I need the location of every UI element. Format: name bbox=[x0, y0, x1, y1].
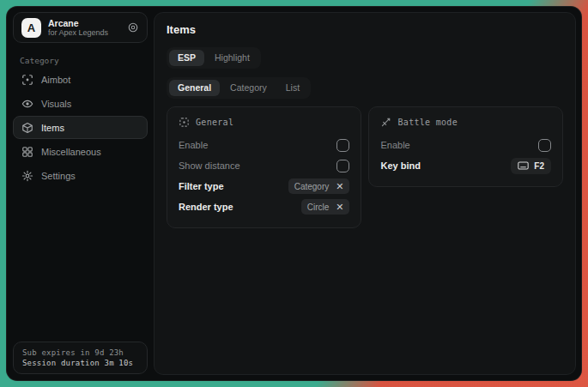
sidebar-item-settings[interactable]: Settings bbox=[13, 164, 148, 187]
sub-expires-text: Sub expires in 9d 23h bbox=[22, 348, 138, 357]
sidebar-item-label: Settings bbox=[41, 171, 76, 181]
battle-enable-label: Enable bbox=[380, 140, 409, 150]
main-content: Items ESP Highlight General Category Lis… bbox=[154, 12, 576, 375]
sub-tab-group: General Category List bbox=[167, 77, 311, 99]
battle-enable-checkbox[interactable] bbox=[538, 139, 551, 152]
eye-icon bbox=[21, 98, 33, 110]
panels-row: General Enable Show distance Filter type… bbox=[167, 106, 563, 228]
sidebar-item-label: Miscellaneous bbox=[41, 147, 101, 157]
app-logo: A bbox=[21, 18, 41, 38]
close-icon[interactable]: ✕ bbox=[336, 203, 343, 212]
key-bind-button[interactable]: F2 bbox=[511, 158, 551, 174]
sidebar: A Arcane for Apex Legends Category bbox=[7, 7, 154, 380]
sidebar-nav: Aimbot Visuals Items bbox=[13, 68, 148, 188]
general-panel-header: General bbox=[179, 116, 349, 129]
sidebar-item-label: Visuals bbox=[41, 99, 71, 109]
sidebar-item-miscellaneous[interactable]: Miscellaneous bbox=[13, 140, 148, 163]
keyboard-icon bbox=[518, 161, 529, 170]
category-section-label: Category bbox=[20, 56, 59, 65]
enable-checkbox[interactable] bbox=[336, 139, 349, 152]
show-distance-checkbox[interactable] bbox=[336, 160, 349, 172]
sidebar-item-items[interactable]: Items bbox=[13, 116, 148, 139]
sidebar-item-label: Aimbot bbox=[41, 75, 70, 85]
app-titles: Arcane for Apex Legends bbox=[48, 18, 120, 37]
render-type-row: Render type Circle ✕ bbox=[179, 197, 349, 217]
key-bind-value: F2 bbox=[534, 161, 544, 171]
filter-type-select[interactable]: Category ✕ bbox=[288, 178, 350, 194]
show-distance-row: Show distance bbox=[179, 155, 349, 176]
enable-row: Enable bbox=[179, 135, 349, 155]
battle-panel-title: Battle mode bbox=[397, 118, 458, 127]
show-distance-label: Show distance bbox=[179, 160, 240, 171]
filter-type-label: Filter type bbox=[179, 181, 224, 191]
mode-tab-group: ESP Highlight bbox=[167, 47, 261, 69]
app-window: A Arcane for Apex Legends Category bbox=[6, 6, 582, 381]
key-bind-row: Key bind F2 bbox=[380, 155, 551, 176]
render-type-label: Render type bbox=[179, 202, 233, 212]
app-subtitle: for Apex Legends bbox=[48, 28, 120, 37]
battle-mode-panel: Battle mode Enable Key bind bbox=[368, 106, 563, 187]
close-icon[interactable]: ✕ bbox=[336, 182, 343, 191]
session-duration-text: Session duration 3m 10s bbox=[22, 359, 138, 367]
tab-category[interactable]: Category bbox=[221, 80, 276, 96]
crosshair-icon bbox=[21, 74, 33, 86]
app-name: Arcane bbox=[48, 18, 120, 28]
page-title: Items bbox=[167, 23, 563, 37]
key-bind-label: Key bind bbox=[380, 160, 420, 171]
box-icon bbox=[21, 122, 33, 134]
subscription-info-card: Sub expires in 9d 23h Session duration 3… bbox=[13, 342, 148, 374]
desktop-wallpaper: A Arcane for Apex Legends Category bbox=[0, 0, 588, 387]
filter-type-value: Category bbox=[294, 182, 330, 191]
render-type-select[interactable]: Circle ✕ bbox=[301, 199, 350, 215]
grid-icon bbox=[21, 146, 33, 158]
target-icon[interactable] bbox=[127, 21, 139, 33]
enable-label: Enable bbox=[179, 140, 208, 150]
sidebar-item-visuals[interactable]: Visuals bbox=[13, 92, 148, 115]
battle-panel-header: Battle mode bbox=[380, 116, 551, 129]
tab-list[interactable]: List bbox=[277, 80, 308, 96]
sword-icon bbox=[380, 117, 391, 128]
render-type-value: Circle bbox=[307, 203, 330, 212]
gear-icon bbox=[21, 170, 33, 182]
general-panel: General Enable Show distance Filter type… bbox=[167, 106, 361, 228]
filter-type-row: Filter type Category ✕ bbox=[179, 176, 349, 197]
general-panel-title: General bbox=[196, 118, 233, 127]
app-header-card: A Arcane for Apex Legends bbox=[13, 12, 148, 43]
battle-enable-row: Enable bbox=[380, 135, 551, 155]
tab-esp[interactable]: ESP bbox=[169, 50, 204, 66]
tab-general[interactable]: General bbox=[169, 80, 220, 96]
sidebar-item-label: Items bbox=[41, 123, 64, 133]
dashed-square-icon bbox=[179, 117, 190, 128]
tab-highlight[interactable]: Highlight bbox=[206, 50, 258, 66]
sidebar-item-aimbot[interactable]: Aimbot bbox=[13, 68, 148, 91]
